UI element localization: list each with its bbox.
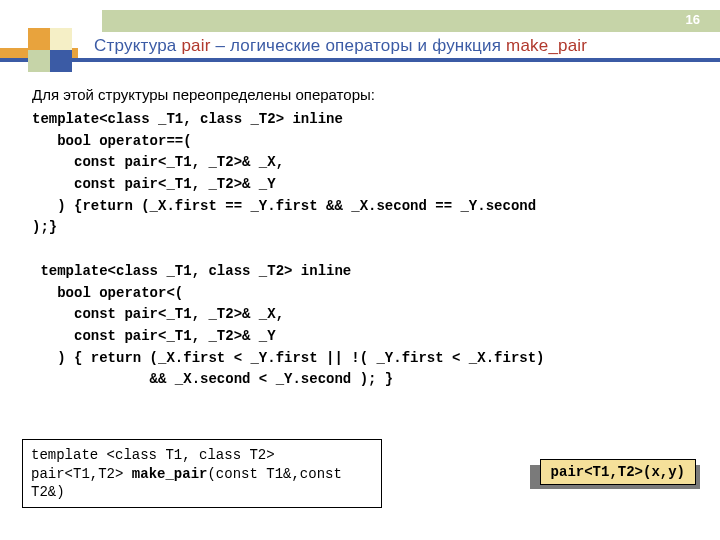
title-pair: pair: [181, 36, 210, 55]
makepair-box: template <class T1, class T2> pair<T1,T2…: [22, 439, 382, 508]
title-part-2: – логические операторы и функция: [211, 36, 507, 55]
code-block: template<class _T1, class _T2> inline bo…: [32, 109, 700, 391]
title-makepair: make_pair: [506, 36, 587, 55]
accent-bar-blue: [0, 58, 720, 62]
intro-text: Для этой структуры переопределены операт…: [32, 86, 700, 103]
logo-icon: [28, 28, 72, 72]
makepair-line2: pair<T1,T2> make_pair(const T1&,const T2…: [31, 465, 373, 501]
makepair-line1: template <class T1, class T2>: [31, 446, 373, 464]
page-number: 16: [686, 12, 700, 27]
title-part-1: Структура: [94, 36, 181, 55]
paircall-box: pair<T1,T2>(x,y): [540, 459, 696, 485]
content-area: Для этой структуры переопределены операт…: [32, 86, 700, 391]
header-bar: [102, 10, 720, 32]
slide-title: Структура pair – логические операторы и …: [94, 36, 587, 56]
